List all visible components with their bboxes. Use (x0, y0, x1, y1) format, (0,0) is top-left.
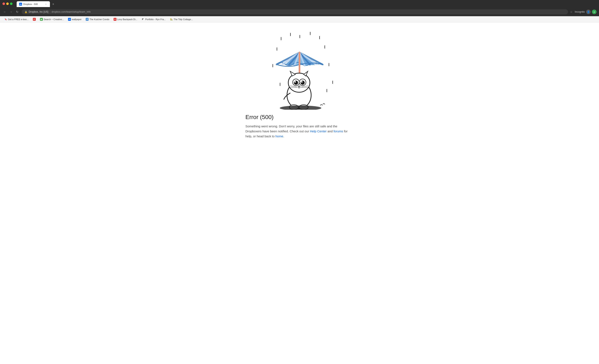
svg-point-37 (294, 81, 296, 83)
svg-rect-10 (332, 81, 333, 84)
url-path: dropbox.com/team/setup/team_info (52, 10, 91, 13)
user-avatar[interactable]: ● (592, 9, 597, 14)
error-text-container: Error (500) Something went wrong. Don't … (246, 114, 353, 139)
svg-point-35 (294, 81, 298, 85)
bookmark-favicon: ◆ (40, 18, 43, 21)
forums-link[interactable]: forums (334, 129, 343, 133)
svg-rect-2 (300, 35, 300, 38)
bookmark-favicon: E (33, 18, 36, 21)
maximize-window-button[interactable] (10, 2, 12, 5)
home-link[interactable]: home (275, 135, 283, 138)
dropbox-favicon: db (68, 18, 71, 21)
svg-line-43 (301, 87, 308, 87)
url-separator: | (50, 10, 50, 13)
tab-close-button[interactable]: × (44, 3, 47, 6)
bookmark-star-icon[interactable]: ☆ (570, 10, 573, 14)
traffic-lights (2, 2, 12, 5)
svg-point-46 (280, 106, 321, 110)
url-company: Dropbox, Inc [US] (29, 10, 48, 13)
address-bar: ← → ↻ 🔒 Dropbox, Inc [US] | dropbox.com/… (0, 8, 599, 16)
page-content: Error (500) Something went wrong. Don't … (0, 22, 599, 357)
active-tab[interactable]: db Dropbox - 500 × (17, 1, 50, 7)
address-bar-right: ☆ Incognito 👤 ● (570, 9, 597, 14)
nav-buttons: ← → ↻ (2, 9, 19, 14)
title-bar: db Dropbox - 500 × + (0, 0, 599, 8)
svg-point-36 (300, 81, 305, 85)
minimize-window-button[interactable] (6, 2, 9, 5)
forward-button[interactable]: → (9, 9, 13, 14)
svg-rect-0 (281, 37, 282, 40)
error-description-end: . (283, 135, 284, 138)
bookmark-favicon: 🏡 (170, 18, 173, 21)
svg-rect-6 (325, 45, 325, 49)
tab-favicon: db (19, 3, 22, 6)
help-center-link[interactable]: Help Center (310, 129, 326, 133)
back-button[interactable]: ← (2, 9, 7, 14)
bookmark-search-creative[interactable]: ◆ Search ~ Creative... (38, 17, 66, 21)
svg-rect-11 (326, 89, 327, 92)
reload-button[interactable]: ↻ (15, 9, 19, 14)
bookmark-favicon: JK (86, 18, 88, 21)
incognito-label: Incognito 👤 ● (575, 9, 597, 14)
svg-rect-9 (280, 83, 280, 86)
svg-rect-1 (290, 33, 291, 36)
url-bar[interactable]: 🔒 Dropbox, Inc [US] | dropbox.com/team/s… (22, 9, 568, 14)
close-window-button[interactable] (2, 2, 5, 5)
bookmark-e[interactable]: E (31, 17, 37, 21)
error-title: Error (500) (246, 114, 353, 120)
bookmark-wallpaper[interactable]: db wallpaper (66, 17, 83, 21)
browser-chrome: db Dropbox - 500 × + ← → ↻ 🔒 Dropbox, In… (0, 0, 599, 22)
bookmark-levy-backpack[interactable]: H Levy Backpack Di... (112, 17, 139, 21)
svg-point-39 (298, 86, 300, 87)
svg-line-41 (290, 87, 297, 87)
tab-title: Dropbox - 500 (23, 3, 38, 5)
bookmark-tidy-cottage[interactable]: 🏡 The Tidy Cottage... (168, 17, 195, 21)
new-tab-button[interactable]: + (50, 1, 56, 7)
bookmark-favicon: ◤ (141, 18, 144, 21)
svg-rect-8 (329, 63, 329, 66)
error-description-middle: and (326, 129, 333, 133)
cat-umbrella-svg (260, 31, 339, 110)
tab-bar: db Dropbox - 500 × + (14, 0, 597, 7)
svg-rect-4 (319, 36, 320, 39)
lock-icon: 🔒 (25, 11, 27, 13)
error-illustration (260, 31, 339, 110)
svg-rect-7 (273, 64, 273, 67)
bookmark-portfolio[interactable]: ◤ Portfolio - Ryn Fra... (140, 17, 167, 21)
bookmarks-bar: 🔖 Get a FREE e-boo... E ◆ Search ~ Creat… (0, 16, 599, 22)
svg-rect-5 (277, 47, 277, 51)
bookmark-favicon: 🔖 (4, 18, 7, 21)
incognito-avatar: 👤 (586, 9, 591, 14)
bookmark-favicon: H (114, 18, 116, 21)
bookmark-get-free-ebook[interactable]: 🔖 Get a FREE e-boo... (2, 17, 30, 21)
svg-rect-3 (310, 32, 310, 35)
error-description: Something went wrong. Don't worry, your … (246, 124, 353, 139)
bookmark-jk[interactable]: JK The Kutcher Condo (84, 17, 111, 21)
svg-point-38 (301, 81, 303, 83)
